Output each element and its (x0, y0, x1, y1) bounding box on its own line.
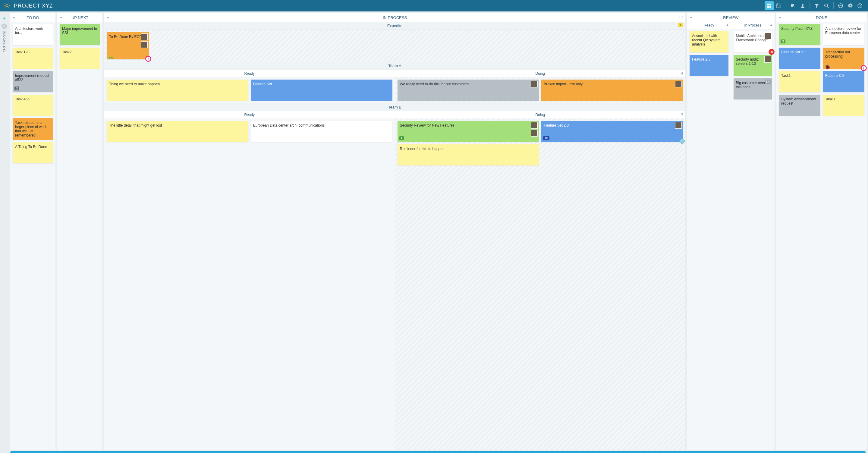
add-backlog-icon[interactable]: + (3, 16, 5, 21)
card-badge: 3 (14, 87, 19, 90)
column-header-review[interactable]: − REVIEW (687, 13, 775, 22)
column-title: UP NEXT (71, 16, 88, 20)
gear-icon[interactable] (846, 1, 855, 10)
column-title: DONE (816, 16, 827, 20)
topbar-actions: + ? (765, 1, 864, 10)
card[interactable]: Associated with recent QA system analysi… (689, 31, 728, 53)
search-icon[interactable] (822, 1, 831, 10)
card[interactable]: Task 123 (13, 48, 53, 69)
column-header-done[interactable]: − DONE (776, 13, 867, 22)
swimlane-team-b[interactable]: Team B (104, 103, 685, 111)
board-view-icon[interactable] (765, 1, 774, 10)
subcol-header[interactable]: Ready (104, 70, 395, 77)
card[interactable]: Thing we need to make happen (107, 80, 248, 101)
card-text: Security audit: servers 1-10 (736, 57, 759, 66)
subcol-header[interactable]: Doing 3 (395, 111, 686, 118)
collapse-icon[interactable]: − (689, 15, 692, 20)
avatar-icon (764, 33, 771, 39)
subcol-count: 4 (770, 23, 772, 27)
card[interactable]: Security Review for New Features1 (398, 121, 539, 142)
subcol-title: Ready (244, 113, 255, 117)
collapse-icon[interactable]: − (779, 15, 781, 20)
info-icon[interactable]: ⓘ (679, 15, 683, 20)
card[interactable]: Feature 3.0 (823, 71, 864, 92)
card-text: Task 456 (15, 97, 30, 101)
card-text: Architecture review for European data ce… (825, 27, 861, 35)
column-header-inprocess[interactable]: − IN PROCESS ⓘ (104, 13, 685, 22)
swimlane-expedite[interactable]: Expedite 1 (104, 22, 685, 30)
subcol-teamA-ready: Ready Thing we need to make happenFeatur… (104, 70, 395, 103)
card[interactable]: Architecture review for European data ce… (823, 24, 864, 45)
card[interactable]: Architecture work for... (13, 24, 53, 45)
card-text: Task1 (781, 73, 790, 78)
card[interactable]: Reminder for this to happen (398, 144, 539, 165)
card-text: Task2 (62, 50, 71, 54)
subcol-header[interactable]: Doing 4 (395, 70, 686, 77)
swimlane-title: Team B (388, 105, 401, 110)
svg-point-21 (825, 4, 828, 7)
globe-icon[interactable] (836, 1, 845, 10)
column-header-todo[interactable]: − TO DO ○ (10, 13, 56, 22)
card-text: Feature 2.5 (692, 57, 710, 61)
card-text: We really need to do this for our custom… (400, 82, 469, 86)
card[interactable]: The little detail that might get lost (107, 121, 248, 142)
alert-icon: ! (145, 56, 151, 62)
help-icon[interactable]: ? (855, 1, 864, 10)
calendar-icon[interactable] (774, 1, 783, 10)
card[interactable]: Task 456 (13, 95, 53, 116)
card[interactable]: Feature Set (251, 80, 393, 101)
card[interactable]: Major improvement to SSL (60, 24, 100, 45)
card-text: Improvement request #522 (15, 73, 49, 82)
svg-line-8 (9, 4, 9, 4)
card[interactable]: Broken import - csv only (541, 80, 683, 101)
add-card-icon[interactable]: + (788, 1, 798, 10)
blocked-icon: ✕ (769, 49, 775, 55)
card[interactable]: Task3 (823, 95, 864, 116)
card[interactable]: Task related to a larger piece of work t… (13, 118, 53, 140)
column-menu-icon[interactable]: ○ (51, 16, 53, 20)
card[interactable]: Feature Set 2.1 (779, 48, 820, 69)
column-header-upnext[interactable]: − UP NEXT (57, 13, 102, 22)
subcol-header[interactable]: In Process 4 (731, 22, 775, 29)
card-text: Broken import - csv only (544, 82, 583, 86)
card-text: Mobile Architecture Framework Concept (736, 34, 769, 42)
subcol-header[interactable]: Ready 4 (687, 22, 731, 29)
card[interactable]: System enhancement request (779, 95, 820, 116)
subcol-title: Ready (704, 23, 714, 27)
alert-icon: ! (861, 65, 867, 71)
user-icon[interactable] (798, 1, 807, 10)
filter-icon[interactable] (812, 1, 821, 10)
card[interactable]: Security audit: servers 1-10 (734, 55, 772, 76)
backlog-label[interactable]: BACKLOG (2, 31, 6, 53)
card[interactable]: Transaction not processing🐞! (823, 48, 864, 69)
collapse-icon[interactable]: − (60, 15, 62, 20)
card[interactable]: Mobile Architecture Framework Concept✕ (734, 31, 772, 53)
horizontal-scrollbar[interactable] (10, 451, 866, 453)
card[interactable]: A Thing To Be Done (13, 142, 53, 163)
collapse-icon[interactable]: − (13, 15, 15, 20)
card-text: Feature Set 2.0 (544, 123, 569, 127)
card[interactable]: Task2 (60, 48, 100, 69)
card[interactable]: European Data center arch. communication… (251, 121, 393, 142)
subcol-title: Doing (535, 113, 545, 117)
card[interactable]: Big customer needs this doneLK (734, 78, 772, 99)
avatar-icon (141, 33, 148, 40)
subcol-header[interactable]: Ready (104, 111, 395, 118)
card[interactable]: Feature Set 2.010 (541, 121, 683, 142)
svg-rect-11 (767, 6, 769, 8)
card-text: A Thing To Be Done (15, 145, 47, 149)
card-badge: 10 (543, 136, 550, 140)
card[interactable]: Security Patch XYZ3 (779, 24, 820, 45)
card[interactable]: We really need to do this for our custom… (398, 80, 539, 101)
card-text: Transaction not processing (825, 50, 850, 58)
swimlane-team-a[interactable]: Team A (104, 62, 685, 70)
subcol-teamB-doing: Doing 3 Security Review for New Features… (395, 111, 686, 450)
column-title: REVIEW (723, 16, 738, 20)
card[interactable]: Task1 (779, 71, 820, 92)
card[interactable]: Feature 2.5 (689, 55, 728, 76)
collapse-icon[interactable]: − (107, 15, 109, 20)
subcol-count: 4 (726, 23, 728, 27)
card[interactable]: To Be Done By EOD! ➡ ! (107, 32, 149, 59)
card-text: To Be Done By EOD! (109, 35, 143, 39)
card[interactable]: Improvement request #5223 (13, 71, 53, 92)
